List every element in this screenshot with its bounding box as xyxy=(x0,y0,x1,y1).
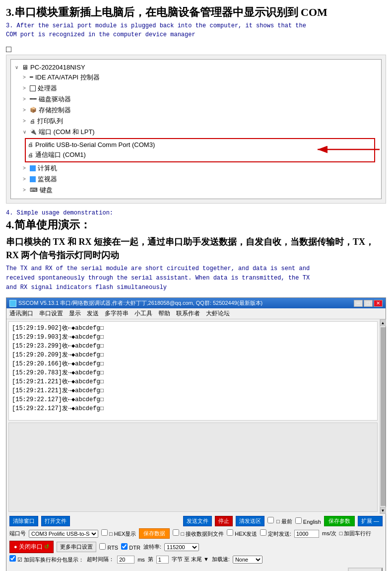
dtr-checkbox[interactable] xyxy=(121,543,128,550)
sscom-content-wrapper: [15:29:19.902]收←◆abcdefg□ [15:29:19.903]… xyxy=(6,319,386,514)
timed-send-label: 定时发送: xyxy=(260,529,291,538)
sscom-titlebar: SSCOM V5.13.1 串口/网络数据调试器,作者:大虾丁丁,2618058… xyxy=(6,298,386,308)
speed-select[interactable]: None xyxy=(233,556,262,564)
add-crlf-checkbox[interactable] xyxy=(9,555,16,562)
section4-heading-cn: 4.简单使用演示： xyxy=(6,217,386,232)
sscom-log-area[interactable]: [15:29:19.902]收←◆abcdefg□ [15:29:19.903]… xyxy=(8,321,378,421)
sscom-menubar: 通讯测口 串口设置 显示 发送 多字符串 小工具 帮助 联系作者 大虾论坛 xyxy=(6,308,386,319)
sscom-app-icon xyxy=(9,300,16,307)
interval-input[interactable]: 1000 xyxy=(294,530,319,538)
dtr-label: DTR xyxy=(121,543,140,551)
log-line-5: [15:29:20.783]发→◆abcdefg□ xyxy=(12,368,374,377)
sscom-titlebar-left: SSCOM V5.13.1 串口/网络数据调试器,作者:大虾丁丁,2618058… xyxy=(9,299,262,307)
english-checkbox[interactable] xyxy=(295,517,302,524)
sscom-send-row: 发 送 xyxy=(9,566,383,571)
menu-send[interactable]: 发送 xyxy=(87,309,99,318)
recv-file-label: □ 接收数据到文件 xyxy=(173,529,224,538)
open-file-btn[interactable]: 打开文件 xyxy=(41,516,70,526)
sscom-window-controls[interactable]: ─ □ ✕ xyxy=(354,300,383,307)
hex-send-label: HEX发送 xyxy=(227,529,257,538)
sscom-bottom-row1: 清除窗口 打开文件 发送文件 停止 清发送区 □ 最前 English 保存参数… xyxy=(9,516,383,526)
port-label: 端口号 xyxy=(9,530,26,537)
stop-btn[interactable]: 停止 xyxy=(215,516,233,526)
sscom-bottom-row4: ☑ 加回车换行和分包显示： 超时间隔： ms 第 字节 至 末尾 ▼ 加载速: … xyxy=(9,555,383,564)
scroll-up[interactable]: ▲ xyxy=(380,319,386,326)
section4-label: 4. Simple usage demonstration: xyxy=(6,210,386,216)
dm-item-print: > 🖨 打印队列 xyxy=(15,116,377,127)
log-line-2: [15:29:23.299]收←◆abcdefg□ xyxy=(12,342,374,351)
dm-item-storage: > 📦 存储控制器 xyxy=(15,105,377,116)
sscom-scrollbar[interactable]: ▲ ▼ xyxy=(380,319,386,514)
section3-heading-cn: 3.串口模块重新插上电脑后，在电脑设备管理器中显示识别到 COM xyxy=(6,5,386,20)
dm-item-disk: > ━━ 磁盘驱动器 xyxy=(15,94,377,105)
baud-select[interactable]: 115200 xyxy=(164,543,199,551)
scroll-down[interactable]: ▼ xyxy=(380,507,386,514)
sscom-maximize-btn[interactable]: □ xyxy=(364,300,373,307)
log-line-7: [15:29:21.221]发→◆abcdefg□ xyxy=(12,386,374,395)
refresh-icon: ↺ xyxy=(44,543,49,550)
byte-input[interactable] xyxy=(156,556,169,564)
device-manager-screenshot: ∨ 🖥 PC-20220418NISY > ━ IDE ATA/ATAPI 控制… xyxy=(6,55,386,204)
english-checkbox-label: English xyxy=(295,517,321,525)
recent-checkbox-label: □ 最前 xyxy=(267,517,292,525)
scroll-thumb[interactable] xyxy=(381,327,386,506)
menu-multi-string[interactable]: 多字符串 xyxy=(105,309,129,318)
log-line-6: [15:29:21.221]收←◆abcdefg□ xyxy=(12,377,374,386)
sscom-bottom-area: 清除窗口 打开文件 发送文件 停止 清发送区 □ 最前 English 保存参数… xyxy=(6,514,386,571)
dm-tree: ∨ 🖥 PC-20220418NISY > ━ IDE ATA/ATAPI 控制… xyxy=(10,59,382,199)
log-line-8: [15:29:22.127]收←◆abcdefg□ xyxy=(12,395,374,404)
more-settings-btn[interactable]: 更多串口设置 xyxy=(57,542,96,552)
menu-display[interactable]: 显示 xyxy=(69,309,81,318)
menu-communications[interactable]: 通讯测口 xyxy=(9,309,33,318)
sscom-close-btn[interactable]: ✕ xyxy=(374,300,383,307)
clear-send-btn[interactable]: 清发送区 xyxy=(236,516,264,526)
sscom-title-text: SSCOM V5.13.1 串口/网络数据调试器,作者:大虾丁丁,2618058… xyxy=(18,299,262,307)
recv-file-checkbox[interactable] xyxy=(173,529,179,536)
log-line-1: [15:29:19.903]发→◆abcdefg□ xyxy=(12,333,374,342)
close-port-icon: ● xyxy=(14,544,17,550)
rts-checkbox[interactable] xyxy=(99,543,106,550)
menu-forum[interactable]: 大虾论坛 xyxy=(206,309,230,318)
sscom-minimize-btn[interactable]: ─ xyxy=(354,300,363,307)
section3-checkbox: □ xyxy=(6,44,386,55)
save-data-btn[interactable]: 保存数据 xyxy=(139,528,170,539)
byte-label: 第 xyxy=(148,556,153,563)
byte-range: 字节 至 末尾 ▼ xyxy=(172,556,209,563)
sscom-main-content: [15:29:19.902]收←◆abcdefg□ [15:29:19.903]… xyxy=(6,319,380,514)
load-run-label: □ 加固车行行 xyxy=(339,530,372,537)
menu-port-settings[interactable]: 串口设置 xyxy=(39,309,63,318)
dm-item-prolific-container: 🖨 Prolific USB-to-Serial Comm Port (COM3… xyxy=(15,138,377,162)
recent-checkbox[interactable] xyxy=(267,517,274,523)
hex-display-label: □ HEX显示 xyxy=(101,529,136,538)
add-crlf-label: ☑ 加回车换行和分包显示： xyxy=(9,555,84,564)
close-port-btn[interactable]: ● 关闭串口 ↺ xyxy=(9,541,54,553)
log-line-0: [15:29:19.902]收←◆abcdefg□ xyxy=(12,324,374,333)
timeout-label: 超时间隔： xyxy=(87,556,114,563)
dm-item-cpu: > 处理器 xyxy=(15,83,377,94)
timeout-unit: ms xyxy=(137,557,145,563)
menu-tools[interactable]: 小工具 xyxy=(134,309,152,318)
menu-help[interactable]: 帮助 xyxy=(158,309,170,318)
menu-contact[interactable]: 联系作者 xyxy=(176,309,200,318)
sscom-window: SSCOM V5.13.1 串口/网络数据调试器,作者:大虾丁丁,2618058… xyxy=(6,297,386,571)
sscom-bottom-row2: 端口号 COM3 Prolific USB-to-Seria □ HEX显示 保… xyxy=(9,528,383,539)
save-params-btn[interactable]: 保存参数 xyxy=(324,516,355,526)
send-file-btn[interactable]: 发送文件 xyxy=(183,516,212,526)
section3-heading-en: 3. After the serial port module is plugg… xyxy=(6,21,386,39)
send-btn[interactable]: 发 送 xyxy=(348,568,383,571)
port-select[interactable]: COM3 Prolific USB-to-Seria xyxy=(29,530,98,538)
speed-label: 加载速: xyxy=(212,556,230,563)
section3-heading: 3.串口模块重新插上电脑后，在电脑设备管理器中显示识别到 COM 3. Afte… xyxy=(6,5,386,55)
hex-display-checkbox[interactable] xyxy=(101,529,108,536)
timeout-input[interactable] xyxy=(117,556,134,564)
hex-send-checkbox[interactable] xyxy=(227,529,233,536)
log-line-9: [15:29:22.127]发→◆abcdefg□ xyxy=(12,404,374,413)
expand-btn[interactable]: 扩展 — xyxy=(358,516,383,526)
sscom-bottom-row3: ● 关闭串口 ↺ 更多串口设置 RTS DTR 波特率: 115200 xyxy=(9,541,383,553)
clear-window-btn[interactable]: 清除窗口 xyxy=(9,516,38,526)
section4-body-en: The TX and RX of the serial module are s… xyxy=(6,264,386,293)
dm-item-ide: > ━ IDE ATA/ATAPI 控制器 xyxy=(15,72,377,83)
timed-send-checkbox[interactable] xyxy=(260,529,266,536)
dm-item-monitor: > 监视器 xyxy=(15,174,377,185)
dm-computer-root: ∨ 🖥 PC-20220418NISY xyxy=(15,63,377,72)
